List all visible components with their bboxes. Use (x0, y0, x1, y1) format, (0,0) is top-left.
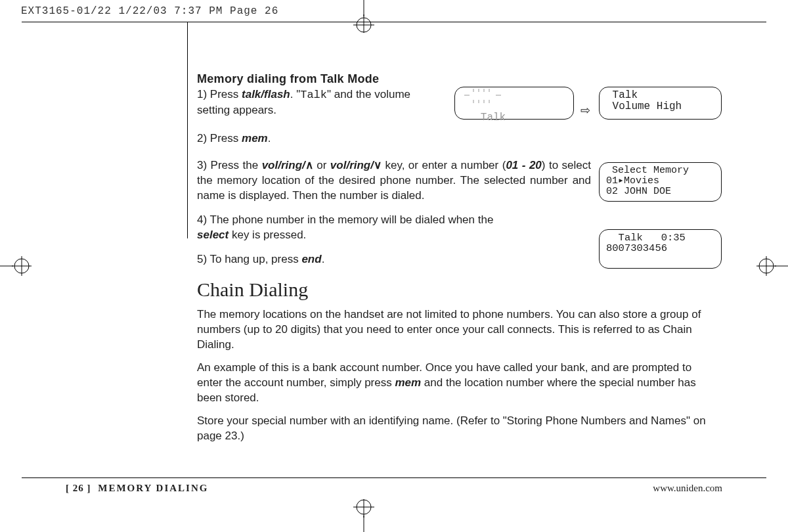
margin-rule (187, 22, 188, 238)
chain-dialing-heading: Chain Dialing (197, 278, 722, 301)
step1-pre: 1) Press (197, 88, 242, 100)
step1-keyword: talk/flash (242, 88, 290, 100)
chain-paragraph-3: Store your special number with an identi… (197, 414, 716, 444)
step3-pre: 3) Press the (197, 159, 262, 171)
chain-p2-keyword: mem (395, 376, 421, 389)
step4-pre: 4) The phone number in the memory will b… (197, 213, 493, 226)
registration-mark-left (0, 256, 33, 276)
chain-paragraph-2: An example of this is a bank account num… (197, 361, 716, 406)
page-number: [ 26 ] (66, 483, 91, 493)
step-4: 4) The phone number in the memory will b… (197, 213, 506, 243)
page-content: Memory dialing from Talk Mode 1) Press t… (197, 72, 722, 452)
step-5: 5) To hang up, press end. (197, 252, 722, 267)
step5-keyword: end (301, 253, 321, 265)
chain-paragraph-1: The memory locations on the handset are … (197, 307, 716, 353)
crop-rule-top (22, 22, 766, 22)
step-1: 1) Press talk/flash. "Talk" and the volu… (197, 87, 440, 118)
step2-keyword: mem (242, 132, 268, 144)
registration-mark-bottom (344, 499, 383, 532)
section-title: Memory dialing from Talk Mode (197, 72, 722, 86)
step3-kw2: vol/ring/ (330, 159, 374, 171)
step3-mid1: or (313, 159, 330, 171)
footer-section-title: MEMORY DIALING (98, 483, 208, 493)
step2-post: . (268, 132, 271, 144)
step4-post: key is pressed. (229, 229, 306, 241)
crop-rule-bottom (22, 477, 766, 478)
caret-down-icon: ∨ (374, 159, 382, 171)
step5-post: . (322, 253, 325, 265)
step3-range: 01 - 20 (506, 159, 541, 171)
caret-up-icon: ∧ (305, 159, 313, 171)
step2-pre: 2) Press (197, 132, 242, 144)
step3-kw1: vol/ring/ (262, 159, 305, 171)
print-slug: EXT3165-01/22 1/22/03 7:37 PM Page 26 (21, 5, 278, 17)
step1-lcdword: Talk (300, 89, 327, 101)
registration-mark-right (755, 256, 788, 276)
footer-left: [ 26 ] MEMORY DIALING (66, 483, 208, 494)
registration-mark-top (344, 0, 383, 33)
step5-pre: 5) To hang up, press (197, 253, 301, 265)
step4-keyword: select (197, 229, 229, 241)
step-2: 2) Press mem. (197, 131, 722, 146)
step3-mid2: key, or enter a number ( (382, 159, 506, 171)
footer-url: www.uniden.com (653, 483, 722, 494)
step-3: 3) Press the vol/ring/∧ or vol/ring/∨ ke… (197, 158, 591, 204)
step1-mid: . " (290, 88, 300, 100)
